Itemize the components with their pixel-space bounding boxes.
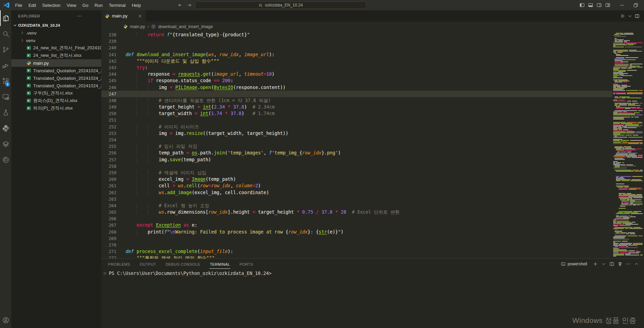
activitybar-source-control[interactable] xyxy=(0,42,11,58)
activitybar-python[interactable] xyxy=(0,121,11,136)
code-line[interactable]: 258 xyxy=(101,163,613,169)
code-line[interactable]: 270 xyxy=(101,242,613,248)
file-tree-item[interactable]: venv xyxy=(11,37,101,44)
code-line[interactable]: 254 xyxy=(101,137,613,143)
file-tree-item[interactable]: 원피스(D)_견적서.xlsx xyxy=(11,97,101,104)
chevron-down-icon[interactable] xyxy=(627,13,633,19)
file-tree-item[interactable]: Translated_Quotation_20241024_205... xyxy=(11,74,101,82)
split-editor-icon[interactable] xyxy=(634,13,640,19)
toggle-sidebar-icon[interactable] xyxy=(579,2,585,8)
explorer-root-folder[interactable]: OZKIZDATA_EN_10.24 xyxy=(11,22,101,29)
activitybar-remote-explorer[interactable] xyxy=(0,89,11,105)
tab-main-py[interactable]: main.py xyxy=(101,10,146,22)
restore-icon[interactable] xyxy=(633,2,639,8)
activitybar-testing[interactable] xyxy=(0,105,11,121)
chevron-up-icon[interactable] xyxy=(634,261,639,267)
file-tree-item[interactable]: Translated_Quotation_20241024_213... xyxy=(11,82,101,89)
code-editor[interactable]: 238 return f"{translated_type}-{product}… xyxy=(101,31,644,258)
menu-item-help[interactable]: Help xyxy=(129,2,144,9)
activitybar-explorer[interactable] xyxy=(0,10,11,26)
code-line[interactable]: 243 try: xyxy=(101,64,613,71)
file-tree-item[interactable]: Translated_Quotation_20241024_204... xyxy=(11,67,101,74)
code-line[interactable]: 244 response = requests.get(image_url, t… xyxy=(101,71,613,77)
code-line[interactable]: 253 img = img.resize((target_width, targ… xyxy=(101,130,613,137)
code-line[interactable]: 272 """통합된 엑셀 처리 메인 함수""" xyxy=(101,255,613,258)
breadcrumb-file[interactable]: main.py xyxy=(130,24,145,29)
code-line[interactable]: 246 img = PILImage.open(BytesIO(response… xyxy=(101,84,613,91)
file-tree-item[interactable]: 24_new_list_견적서_Final_20241029_... xyxy=(11,44,101,52)
breadcrumb-symbol[interactable]: download_and_insert_image xyxy=(158,24,213,29)
file-tree-item[interactable]: main.py xyxy=(11,59,101,67)
activitybar-github[interactable] xyxy=(0,152,11,168)
run-icon[interactable] xyxy=(620,13,626,19)
code-line[interactable]: 249 target_height = int(2.34 * 37.8) # 2… xyxy=(101,104,613,110)
activitybar-accounts[interactable] xyxy=(0,312,11,328)
panel-tab-debug-console[interactable]: DEBUG CONSOLE xyxy=(165,260,201,269)
activitybar-extensions[interactable]: 1 xyxy=(0,73,11,89)
panel-tab-problems[interactable]: PROBLEMS xyxy=(108,260,130,269)
python-gray-icon xyxy=(2,125,10,132)
code-line[interactable]: 252 # 이미지 리사이즈 xyxy=(101,124,613,130)
split-editor-icon[interactable] xyxy=(609,261,615,267)
code-line[interactable]: 256 temp_path = os.path.join('temp_image… xyxy=(101,150,613,156)
activitybar-stack[interactable] xyxy=(0,136,11,152)
ellipsis-icon[interactable] xyxy=(626,261,631,267)
code-line[interactable]: 250 target_width = int(1.74 * 37.8) # 1.… xyxy=(101,110,613,117)
code-line[interactable]: 241def download_and_insert_image(ws, row… xyxy=(101,51,613,58)
code-line[interactable]: 267 except Exception as e: xyxy=(101,222,613,228)
code-line-current[interactable]: 247 xyxy=(101,91,613,97)
shell-selector[interactable]: powershell xyxy=(561,262,587,266)
code-line[interactable]: 259 # 엑셀에 이미지 삽입 xyxy=(101,169,613,176)
menu-item-run[interactable]: Run xyxy=(91,2,106,9)
code-line[interactable]: 242 """이미지 다운로드 및 삽입 함수""" xyxy=(101,58,613,64)
code-line[interactable]: 238 return f"{translated_type}-{product}… xyxy=(101,31,613,38)
code-line[interactable]: 263 xyxy=(101,196,613,202)
code-line[interactable]: 255 # 임시 파일 저장 xyxy=(101,143,613,150)
code-line[interactable]: 265 ws.row_dimensions[row_idx].height = … xyxy=(101,209,613,215)
code-line[interactable]: 248 # 센티미터를 픽셀로 변환 (1cm = 약 37.8 픽셀) xyxy=(101,97,613,104)
toggle-panel-icon[interactable] xyxy=(588,2,593,8)
file-tree-item[interactable]: 하의(P)_견적서.xlsx xyxy=(11,104,101,112)
menu-item-selection[interactable]: Selection xyxy=(39,2,63,9)
code-line[interactable]: 257 img.save(temp_path) xyxy=(101,156,613,163)
menu-item-view[interactable]: View xyxy=(64,2,79,9)
code-lines[interactable]: 238 return f"{translated_type}-{product}… xyxy=(101,31,613,258)
code-line[interactable]: 268 print(f"\nWarning: Failed to process… xyxy=(101,229,613,235)
command-center-search[interactable]: ozkizdata_EN_10.24 xyxy=(195,1,366,9)
terminal[interactable]: PS C:\Users\User\Documents\Python_ozkiz\… xyxy=(101,269,644,276)
panel-tab-terminal[interactable]: TERMINAL xyxy=(209,260,230,269)
code-line[interactable]: 264 # Excel 행 높이 조정 xyxy=(101,202,613,209)
panel-tab-ports[interactable]: PORTS xyxy=(239,260,254,269)
activitybar-search[interactable] xyxy=(0,26,11,42)
code-line[interactable]: 262 ws.add_image(excel_img, cell.coordin… xyxy=(101,189,613,196)
menu-item-terminal[interactable]: Terminal xyxy=(106,2,129,9)
minimize-icon[interactable] xyxy=(619,2,625,8)
trash-icon[interactable] xyxy=(617,261,623,267)
menu-item-go[interactable]: Go xyxy=(79,2,91,9)
code-line[interactable]: 269 xyxy=(101,235,613,242)
code-line[interactable]: 251 xyxy=(101,117,613,123)
code-line[interactable]: 260 excel_img = Image(temp_path) xyxy=(101,176,613,182)
arrow-left-icon[interactable] xyxy=(177,2,183,8)
code-line[interactable]: 239 xyxy=(101,38,613,45)
minimap[interactable] xyxy=(613,31,644,258)
code-line[interactable]: 271def process_excel_complete(input_file… xyxy=(101,248,613,255)
menu-item-edit[interactable]: Edit xyxy=(25,2,39,9)
code-line[interactable]: 261 cell = ws.cell(row=row_idx, column=2… xyxy=(101,182,613,189)
menu-item-file[interactable]: File xyxy=(12,2,25,9)
close-tab-icon[interactable] xyxy=(138,14,142,18)
explorer-more-actions-icon[interactable] xyxy=(77,13,82,19)
code-line[interactable]: 266 xyxy=(101,215,613,222)
activitybar-run-and-debug[interactable] xyxy=(0,58,11,73)
code-line[interactable]: 245 if response.status_code == 200: xyxy=(101,77,613,84)
arrow-right-icon[interactable] xyxy=(187,2,192,8)
file-tree-item[interactable]: 24_new_list_견적서.xlsx xyxy=(11,52,101,59)
customize-layout-icon[interactable] xyxy=(605,2,610,8)
file-tree-item[interactable]: .venv xyxy=(11,29,101,37)
toggle-secondary-sidebar-icon[interactable] xyxy=(596,2,602,8)
file-tree-item[interactable]: 구두(S)_견적서.xlsx xyxy=(11,89,101,97)
panel-tab-output[interactable]: OUTPUT xyxy=(139,260,156,269)
code-line[interactable]: 240 xyxy=(101,45,613,51)
plus-icon[interactable] xyxy=(593,261,598,267)
chevron-down-icon[interactable] xyxy=(601,261,606,267)
